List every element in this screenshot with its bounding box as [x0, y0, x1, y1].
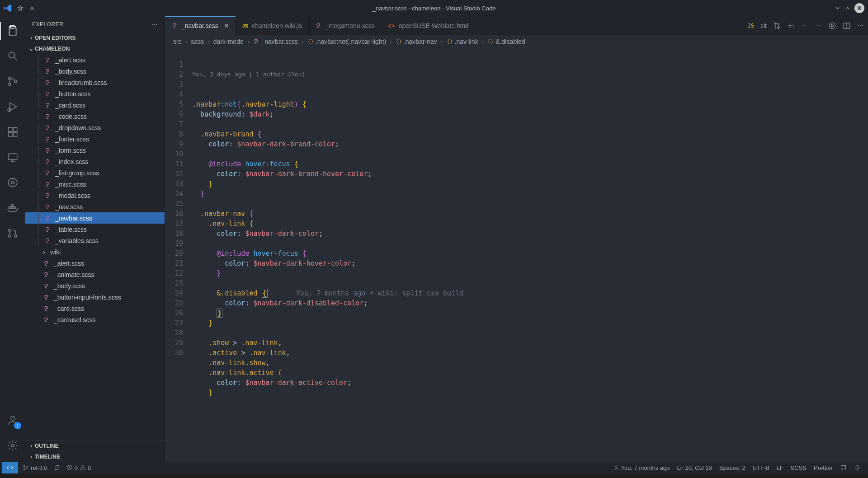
code-line-13[interactable]: .nav-link {	[192, 219, 836, 229]
file-_nav.scss[interactable]: _nav.scss	[25, 201, 165, 212]
code-line-19[interactable]	[192, 278, 836, 288]
code-line-27[interactable]: .nav-link.show,	[192, 358, 836, 368]
breadcrumb-6[interactable]: .nav-link	[447, 38, 478, 45]
activity-settings[interactable]	[0, 435, 25, 456]
status-problems[interactable]: 0 0	[66, 464, 91, 471]
section-project[interactable]: ⌄CHAMELEON	[25, 43, 165, 54]
file-_card.scss[interactable]: _card.scss	[25, 303, 165, 314]
file-_animate.scss[interactable]: _animate.scss	[25, 269, 165, 280]
file-_code.scss[interactable]: _code.scss	[25, 111, 165, 122]
status-branch[interactable]: rel-3.0	[23, 464, 47, 471]
status-cursor[interactable]: Ln 20, Col 19	[677, 464, 712, 471]
status-prettier[interactable]: Prettier	[814, 464, 833, 471]
section-outline[interactable]: ›OUTLINE	[25, 440, 165, 451]
chevron-up-icon[interactable]	[844, 5, 851, 11]
file-_navbar.scss[interactable]: _navbar.scss	[25, 212, 165, 224]
code-line-26[interactable]: .active > .nav-link,	[192, 348, 836, 358]
code-line-21[interactable]: color: $navbar-dark-disabled-color;	[192, 298, 836, 308]
code-line-9[interactable]: }	[192, 179, 836, 189]
activity-gitlens[interactable]	[0, 172, 25, 193]
code-line-3[interactable]	[192, 119, 836, 129]
code-line-6[interactable]	[192, 149, 836, 159]
file-tree[interactable]: _alert.scss_body.scss_breadcrumb.scss_bu…	[25, 54, 165, 440]
file-_card.scss[interactable]: _card.scss	[25, 99, 165, 111]
code-line-29[interactable]: color: $navbar-dark-active-color;	[192, 378, 836, 388]
breadcrumb-5[interactable]: .navbar-nav	[396, 38, 437, 45]
code-line-4[interactable]: .navbar-brand {	[192, 129, 836, 139]
run-icon[interactable]	[828, 22, 836, 30]
code-line-16[interactable]: @include hover-focus {	[192, 248, 836, 258]
go-back-icon[interactable]	[788, 22, 795, 29]
status-spaces[interactable]: Spaces: 2	[719, 464, 745, 471]
code-line-24[interactable]	[192, 328, 836, 338]
status-language[interactable]: SCSS	[791, 464, 807, 471]
file-_dropdown.scss[interactable]: _dropdown.scss	[25, 122, 165, 133]
code-line-17[interactable]: color: $navbar-dark-hover-color;	[192, 258, 836, 268]
activity-github-pr[interactable]	[0, 222, 25, 244]
activity-extensions[interactable]	[0, 121, 25, 143]
activity-remote[interactable]	[0, 146, 25, 168]
pin-icon[interactable]	[17, 5, 24, 11]
code-line-15[interactable]	[192, 239, 836, 248]
status-encoding[interactable]: UTF-8	[753, 464, 769, 471]
file-_list-group.scss[interactable]: _list-group.scss	[25, 167, 165, 178]
file-_button.scss[interactable]: _button.scss	[25, 88, 165, 99]
minimap[interactable]	[836, 48, 868, 462]
code-line-28[interactable]: .nav-link.active {	[192, 368, 836, 378]
breadcrumb-2[interactable]: dark-mode	[213, 38, 244, 45]
file-_footer.scss[interactable]: _footer.scss	[25, 133, 165, 145]
breadcrumb-7[interactable]: &.disabled	[487, 38, 525, 45]
status-feedback[interactable]	[840, 464, 847, 471]
file-_index.scss[interactable]: _index.scss	[25, 156, 165, 167]
file-_button-input-fonts.scss[interactable]: _button-input-fonts.scss	[25, 291, 165, 303]
file-_body.scss[interactable]: _body.scss	[25, 66, 165, 77]
code-line-20[interactable]: &.disabled { You, 7 months ago • wiki: s…	[192, 288, 836, 298]
code-line-5[interactable]: color: $navbar-dark-brand-color;	[192, 139, 836, 149]
code-line-30[interactable]: }	[192, 388, 836, 398]
tab-openSUSE Weblate.html[interactable]: <>openSUSE Weblate.html	[381, 16, 475, 35]
file-_misc.scss[interactable]: _misc.scss	[25, 178, 165, 190]
status-sync[interactable]	[54, 464, 60, 471]
tab-_megamenu.scss[interactable]: _megamenu.scss	[309, 16, 382, 35]
code-line-14[interactable]: color: $navbar-dark-color;	[192, 229, 836, 239]
chevron-up-double-icon[interactable]	[29, 5, 35, 11]
activity-search[interactable]	[0, 45, 25, 67]
tab-_navbar.scss[interactable]: _navbar.scss✕	[165, 16, 236, 35]
tab-overflow-label[interactable]: sit	[760, 22, 767, 29]
file-_body.scss[interactable]: _body.scss	[25, 280, 165, 291]
code-line-25[interactable]: .show > .nav-link,	[192, 338, 836, 348]
code-line-8[interactable]: color: $navbar-dark-brand-hover-color;	[192, 169, 836, 179]
file-_table.scss[interactable]: _table.scss	[25, 224, 165, 235]
code-line-18[interactable]: }	[192, 268, 836, 278]
tab-chameleon-wiki.js[interactable]: JSchameleon-wiki.js	[236, 16, 309, 35]
code-editor[interactable]: You, 3 days ago | 1 author (You) .navbar…	[192, 48, 836, 462]
section-timeline[interactable]: ›TIMELINE	[25, 451, 165, 462]
compare-icon[interactable]	[773, 22, 781, 30]
file-_carousel.scss[interactable]: _carousel.scss	[25, 314, 165, 325]
activity-source-control[interactable]	[0, 70, 25, 92]
more-icon[interactable]: ⋯	[152, 21, 158, 28]
code-line-11[interactable]	[192, 199, 836, 209]
file-_form.scss[interactable]: _form.scss	[25, 145, 165, 156]
more-actions-icon[interactable]: ⋯	[857, 22, 863, 29]
close-icon[interactable]: ✕	[854, 3, 864, 13]
code-line-1[interactable]: .navbar:not(.navbar-light) {	[192, 99, 836, 109]
folder-wiki[interactable]: ›wiki	[25, 246, 165, 258]
file-_alert.scss[interactable]: _alert.scss	[25, 258, 165, 269]
status-eol[interactable]: LF	[777, 464, 783, 471]
next-change-icon[interactable]	[815, 22, 822, 29]
file-_breadcrumb.scss[interactable]: _breadcrumb.scss	[25, 77, 165, 88]
file-_modal.scss[interactable]: _modal.scss	[25, 190, 165, 201]
status-bell[interactable]	[854, 464, 861, 471]
breadcrumb-4[interactable]: .navbar:not(.navbar-light)	[307, 38, 386, 45]
code-line-23[interactable]: }	[192, 318, 836, 328]
split-editor-icon[interactable]	[843, 22, 851, 30]
code-line-22[interactable]: }	[192, 308, 836, 318]
prev-change-icon[interactable]	[801, 22, 808, 29]
file-_alert.scss[interactable]: _alert.scss	[25, 54, 165, 66]
code-line-7[interactable]: @include hover-focus {	[192, 159, 836, 169]
status-blame[interactable]: You, 7 months ago	[613, 464, 670, 471]
activity-explorer[interactable]	[0, 20, 25, 42]
breadcrumb-0[interactable]: src	[173, 38, 182, 45]
chevron-down-icon[interactable]	[835, 5, 841, 11]
